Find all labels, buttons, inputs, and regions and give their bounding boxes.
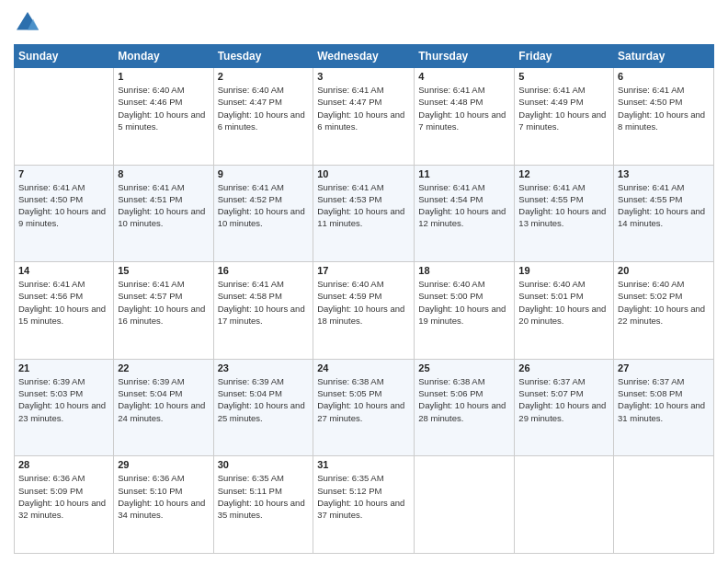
calendar-cell: 23Sunrise: 6:39 AMSunset: 5:04 PMDayligh… <box>213 359 313 456</box>
day-number: 23 <box>218 362 310 373</box>
day-number: 8 <box>118 168 209 179</box>
day-number: 26 <box>518 362 609 373</box>
calendar-cell: 6Sunrise: 6:41 AMSunset: 4:50 PMDaylight… <box>614 68 714 166</box>
day-info: Sunrise: 6:41 AMSunset: 4:51 PMDaylight:… <box>118 181 209 230</box>
calendar-cell: 7Sunrise: 6:41 AMSunset: 4:50 PMDaylight… <box>15 165 114 262</box>
day-number: 1 <box>118 71 209 82</box>
calendar-cell: 29Sunrise: 6:36 AMSunset: 5:10 PMDayligh… <box>114 456 213 554</box>
day-info: Sunrise: 6:38 AMSunset: 5:06 PMDaylight:… <box>418 375 510 424</box>
day-number: 29 <box>118 459 209 470</box>
day-info: Sunrise: 6:41 AMSunset: 4:57 PMDaylight:… <box>118 278 209 327</box>
day-number: 7 <box>18 168 109 179</box>
day-info: Sunrise: 6:41 AMSunset: 4:50 PMDaylight:… <box>18 181 109 230</box>
day-info: Sunrise: 6:41 AMSunset: 4:49 PMDaylight:… <box>518 84 609 132</box>
calendar-cell: 14Sunrise: 6:41 AMSunset: 4:56 PMDayligh… <box>15 262 114 360</box>
day-number: 31 <box>317 459 410 470</box>
weekday-header: Saturday <box>614 45 714 68</box>
day-number: 10 <box>317 168 410 179</box>
weekday-header: Friday <box>515 45 614 68</box>
day-number: 15 <box>118 265 209 276</box>
day-info: Sunrise: 6:38 AMSunset: 5:05 PMDaylight:… <box>317 375 410 424</box>
calendar-cell: 22Sunrise: 6:39 AMSunset: 5:04 PMDayligh… <box>114 359 213 456</box>
day-info: Sunrise: 6:41 AMSunset: 4:50 PMDaylight:… <box>618 84 710 132</box>
day-info: Sunrise: 6:36 AMSunset: 5:10 PMDaylight:… <box>118 472 209 521</box>
weekday-header: Wednesday <box>313 45 415 68</box>
day-number: 16 <box>218 265 310 276</box>
calendar-cell: 17Sunrise: 6:40 AMSunset: 4:59 PMDayligh… <box>313 262 415 360</box>
day-info: Sunrise: 6:41 AMSunset: 4:58 PMDaylight:… <box>218 278 310 327</box>
calendar-cell: 25Sunrise: 6:38 AMSunset: 5:06 PMDayligh… <box>415 359 515 456</box>
weekday-header: Monday <box>114 45 213 68</box>
calendar-cell: 30Sunrise: 6:35 AMSunset: 5:11 PMDayligh… <box>213 456 313 554</box>
calendar-cell: 19Sunrise: 6:40 AMSunset: 5:01 PMDayligh… <box>515 262 614 360</box>
day-info: Sunrise: 6:41 AMSunset: 4:56 PMDaylight:… <box>18 278 109 327</box>
day-number: 3 <box>317 71 410 82</box>
day-info: Sunrise: 6:41 AMSunset: 4:47 PMDaylight:… <box>317 84 410 132</box>
day-info: Sunrise: 6:41 AMSunset: 4:55 PMDaylight:… <box>518 181 609 230</box>
day-number: 22 <box>118 362 209 373</box>
calendar-cell: 18Sunrise: 6:40 AMSunset: 5:00 PMDayligh… <box>415 262 515 360</box>
day-number: 5 <box>518 71 609 82</box>
calendar-cell: 9Sunrise: 6:41 AMSunset: 4:52 PMDaylight… <box>213 165 313 262</box>
page: SundayMondayTuesdayWednesdayThursdayFrid… <box>0 0 728 563</box>
day-info: Sunrise: 6:37 AMSunset: 5:08 PMDaylight:… <box>618 375 710 424</box>
day-info: Sunrise: 6:36 AMSunset: 5:09 PMDaylight:… <box>18 472 109 521</box>
calendar-cell: 10Sunrise: 6:41 AMSunset: 4:53 PMDayligh… <box>313 165 415 262</box>
calendar-cell <box>15 68 114 166</box>
day-info: Sunrise: 6:40 AMSunset: 5:01 PMDaylight:… <box>518 278 609 327</box>
day-info: Sunrise: 6:35 AMSunset: 5:11 PMDaylight:… <box>218 472 310 521</box>
day-info: Sunrise: 6:41 AMSunset: 4:55 PMDaylight:… <box>618 181 710 230</box>
day-number: 14 <box>18 265 109 276</box>
day-info: Sunrise: 6:41 AMSunset: 4:52 PMDaylight:… <box>218 181 310 230</box>
day-number: 9 <box>218 168 310 179</box>
calendar-cell: 28Sunrise: 6:36 AMSunset: 5:09 PMDayligh… <box>15 456 114 554</box>
day-number: 28 <box>18 459 109 470</box>
day-number: 20 <box>618 265 710 276</box>
calendar-cell <box>614 456 714 554</box>
header <box>14 9 714 37</box>
day-number: 11 <box>418 168 510 179</box>
calendar-cell: 24Sunrise: 6:38 AMSunset: 5:05 PMDayligh… <box>313 359 415 456</box>
day-number: 27 <box>618 362 710 373</box>
calendar-cell: 15Sunrise: 6:41 AMSunset: 4:57 PMDayligh… <box>114 262 213 360</box>
calendar-cell: 2Sunrise: 6:40 AMSunset: 4:47 PMDaylight… <box>213 68 313 166</box>
day-number: 4 <box>418 71 510 82</box>
day-number: 6 <box>618 71 710 82</box>
day-info: Sunrise: 6:40 AMSunset: 5:00 PMDaylight:… <box>418 278 510 327</box>
day-info: Sunrise: 6:35 AMSunset: 5:12 PMDaylight:… <box>317 472 410 521</box>
day-info: Sunrise: 6:40 AMSunset: 4:46 PMDaylight:… <box>118 84 209 132</box>
calendar-cell: 12Sunrise: 6:41 AMSunset: 4:55 PMDayligh… <box>515 165 614 262</box>
calendar-cell: 11Sunrise: 6:41 AMSunset: 4:54 PMDayligh… <box>415 165 515 262</box>
calendar-cell: 31Sunrise: 6:35 AMSunset: 5:12 PMDayligh… <box>313 456 415 554</box>
weekday-header: Thursday <box>415 45 515 68</box>
calendar-cell: 26Sunrise: 6:37 AMSunset: 5:07 PMDayligh… <box>515 359 614 456</box>
calendar-cell: 4Sunrise: 6:41 AMSunset: 4:48 PMDaylight… <box>415 68 515 166</box>
day-number: 30 <box>218 459 310 470</box>
day-info: Sunrise: 6:39 AMSunset: 5:04 PMDaylight:… <box>218 375 310 424</box>
calendar-cell: 8Sunrise: 6:41 AMSunset: 4:51 PMDaylight… <box>114 165 213 262</box>
day-number: 25 <box>418 362 510 373</box>
day-info: Sunrise: 6:40 AMSunset: 4:59 PMDaylight:… <box>317 278 410 327</box>
day-info: Sunrise: 6:37 AMSunset: 5:07 PMDaylight:… <box>518 375 609 424</box>
calendar-cell: 1Sunrise: 6:40 AMSunset: 4:46 PMDaylight… <box>114 68 213 166</box>
day-info: Sunrise: 6:40 AMSunset: 5:02 PMDaylight:… <box>618 278 710 327</box>
day-info: Sunrise: 6:41 AMSunset: 4:53 PMDaylight:… <box>317 181 410 230</box>
day-info: Sunrise: 6:39 AMSunset: 5:03 PMDaylight:… <box>18 375 109 424</box>
logo-icon <box>14 9 41 37</box>
calendar-table: SundayMondayTuesdayWednesdayThursdayFrid… <box>14 44 714 554</box>
calendar-cell <box>415 456 515 554</box>
calendar-cell: 27Sunrise: 6:37 AMSunset: 5:08 PMDayligh… <box>614 359 714 456</box>
day-number: 21 <box>18 362 109 373</box>
calendar-cell: 20Sunrise: 6:40 AMSunset: 5:02 PMDayligh… <box>614 262 714 360</box>
day-info: Sunrise: 6:41 AMSunset: 4:48 PMDaylight:… <box>418 84 510 132</box>
day-info: Sunrise: 6:41 AMSunset: 4:54 PMDaylight:… <box>418 181 510 230</box>
day-info: Sunrise: 6:39 AMSunset: 5:04 PMDaylight:… <box>118 375 209 424</box>
day-number: 13 <box>618 168 710 179</box>
calendar-cell: 5Sunrise: 6:41 AMSunset: 4:49 PMDaylight… <box>515 68 614 166</box>
day-number: 18 <box>418 265 510 276</box>
calendar-cell: 16Sunrise: 6:41 AMSunset: 4:58 PMDayligh… <box>213 262 313 360</box>
day-info: Sunrise: 6:40 AMSunset: 4:47 PMDaylight:… <box>218 84 310 132</box>
day-number: 12 <box>518 168 609 179</box>
day-number: 19 <box>518 265 609 276</box>
weekday-header: Sunday <box>15 45 114 68</box>
